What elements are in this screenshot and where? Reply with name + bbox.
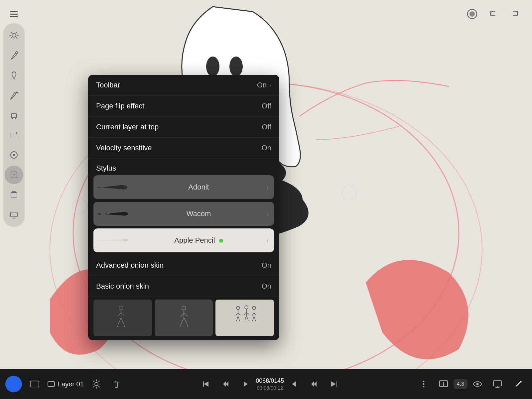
sidebar-layers-icon[interactable] [5,186,23,204]
svg-line-32 [117,323,119,327]
svg-point-13 [469,11,475,17]
advanced-onion-value: On [262,261,271,270]
next-fast-button[interactable] [304,374,324,394]
page-flip-label: Page flip effect [96,102,144,110]
svg-rect-15 [11,114,17,118]
svg-point-75 [423,386,424,388]
svg-line-50 [244,312,246,315]
top-right-toolbar [465,7,522,21]
time-current: 00:06 [257,385,269,391]
undo-button[interactable] [486,7,501,21]
color-indicator[interactable] [5,376,22,392]
aspect-ratio-button[interactable]: 4:3 [454,379,467,389]
onion-thumb-1[interactable] [93,300,152,336]
svg-point-42 [236,306,240,310]
velocity-label: Velocity sensitive [96,144,152,152]
advanced-onion-row[interactable]: Advanced onion skin On [88,255,279,276]
svg-line-30 [119,318,121,323]
settings-button[interactable] [86,374,106,394]
layer-name-display[interactable]: Layer 01 [47,380,84,388]
current-layer-row[interactable]: Current layer at top Off [88,117,279,138]
apple-pencil-option[interactable]: Apple Pencil › [93,228,274,252]
svg-marker-71 [336,381,336,387]
sidebar-monitor-icon[interactable] [5,205,23,224]
svg-line-51 [246,312,249,315]
hamburger-menu[interactable] [7,7,21,21]
settings-panel: Toolbar On › Page flip effect Off Curren… [88,75,279,340]
sidebar-settings-icon[interactable] [5,26,23,45]
skip-start-button[interactable] [196,374,216,394]
toolbar-chevron: › [269,82,271,89]
svg-line-46 [236,316,238,321]
svg-point-73 [423,381,424,382]
bottom-toolbar: Layer 01 0068/0145 00:06/00:12 [0,369,532,399]
frame-counter[interactable]: 0068/0145 00:06/00:12 [256,377,284,391]
adonit-label: Adonit [133,183,264,192]
prev-frame-button[interactable] [236,374,256,394]
svg-line-36 [181,313,184,317]
delete-button[interactable] [106,374,126,394]
left-sidebar [3,23,25,227]
sidebar-add-layer-icon[interactable] [5,166,23,184]
svg-point-34 [182,306,186,310]
layers-button[interactable] [25,374,45,394]
svg-point-78 [476,383,479,385]
add-frame-button[interactable] [434,374,454,394]
fullscreen-button[interactable] [487,374,507,394]
svg-point-54 [252,306,256,310]
adonit-pen-image [93,175,133,199]
sidebar-lines-icon[interactable] [5,126,23,144]
page-flip-row[interactable]: Page flip effect Off [88,96,279,117]
toolbar-value: On › [257,81,271,89]
stylus-section-header: Stylus [88,159,279,175]
prev-fast-button[interactable] [216,374,236,394]
page-flip-value: Off [262,102,271,110]
svg-point-5 [229,57,243,76]
velocity-row[interactable]: Velocity sensitive On [88,138,279,159]
sidebar-eraser-icon[interactable] [5,106,23,124]
adonit-chevron: › [267,184,269,191]
preview-button[interactable] [467,374,487,394]
svg-line-56 [252,313,254,316]
time-total: 00:12 [271,385,283,391]
wacom-option[interactable]: Wacom › [93,202,274,226]
svg-marker-64 [204,381,208,387]
svg-line-33 [123,323,125,327]
sidebar-shape-icon[interactable] [5,146,23,164]
active-tool-indicator[interactable] [510,376,527,392]
current-layer-value: Off [262,123,271,131]
more-options-button[interactable] [414,374,434,394]
toolbar-label: Toolbar [96,81,120,89]
apple-pencil-chevron: › [267,237,269,244]
svg-marker-69 [311,381,314,387]
redo-button[interactable] [507,7,522,21]
svg-line-28 [118,313,121,316]
toolbar-row[interactable]: Toolbar On › [88,75,279,96]
svg-point-48 [245,306,248,309]
sidebar-pencil-icon[interactable] [5,46,23,65]
onion-thumb-2[interactable] [155,300,213,336]
basic-onion-label: Basic onion skin [96,282,149,291]
svg-line-37 [184,313,188,316]
basic-onion-value: On [262,282,271,291]
basic-onion-row[interactable]: Basic onion skin On [88,276,279,297]
svg-line-45 [238,313,240,315]
svg-line-38 [182,318,184,323]
record-button[interactable] [465,7,479,21]
svg-marker-65 [226,381,228,387]
svg-rect-19 [11,193,17,197]
svg-point-26 [119,306,123,310]
svg-point-22 [98,213,101,215]
sidebar-lightbulb-icon[interactable] [5,66,23,84]
svg-line-47 [238,316,240,321]
svg-rect-9 [10,11,18,12]
onion-thumb-3[interactable] [215,300,274,336]
svg-marker-72 [331,381,336,387]
next-frame-button[interactable] [284,374,304,394]
sidebar-pen-add-icon[interactable] [5,86,23,104]
svg-line-57 [254,313,256,315]
skip-end-button[interactable] [324,374,344,394]
svg-rect-79 [493,381,501,386]
adonit-option[interactable]: Adonit › [93,175,274,199]
svg-rect-60 [30,381,39,387]
